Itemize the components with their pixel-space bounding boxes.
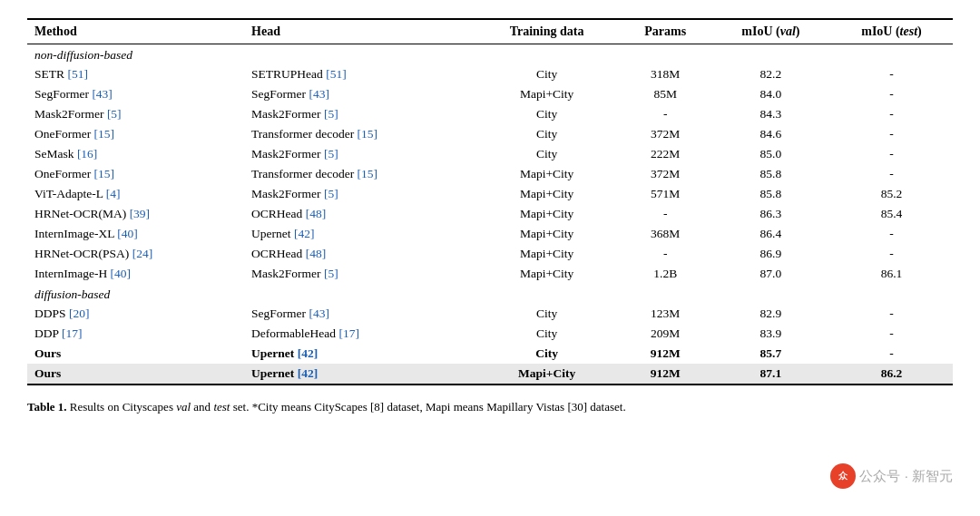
cell-training-data: City (475, 104, 620, 124)
cell-method: OneFormer [15] (27, 164, 244, 184)
cell-head: Mask2Former [5] (244, 184, 475, 204)
cell-training-data: City (475, 144, 620, 164)
cell-miou-test: - (830, 104, 953, 124)
method-ref: [51] (64, 67, 88, 81)
cell-head: Mask2Former [5] (244, 104, 475, 124)
section-label-cell: diffusion-based (27, 284, 953, 304)
head-ref: [15] (354, 127, 377, 141)
cell-miou-test: - (830, 84, 953, 104)
method-ref: [15] (91, 127, 114, 141)
cell-miou-test: 86.2 (830, 364, 953, 385)
table-row: DDP [17]DeformableHead [17]City209M83.9- (27, 324, 953, 344)
cell-head: Upernet [42] (244, 364, 475, 385)
cell-head: Transformer decoder [15] (244, 164, 475, 184)
cell-method: SETR [51] (27, 64, 244, 84)
caption-label: Table 1. (27, 400, 67, 414)
cell-method: Mask2Former [5] (27, 104, 244, 124)
cell-miou-test: 86.1 (830, 264, 953, 284)
cell-method: HRNet-OCR(PSA) [24] (27, 244, 244, 264)
method-ref: [20] (66, 307, 90, 320)
cell-miou-test: - (830, 304, 953, 324)
head-ref: [48] (302, 207, 326, 220)
col-head: Head (244, 19, 475, 44)
cell-method: InternImage-XL [40] (27, 224, 244, 244)
cell-params: 209M (620, 324, 711, 344)
head-ref: [15] (354, 167, 377, 180)
cell-method: InternImage-H [40] (27, 264, 244, 284)
cell-miou-val: 85.8 (711, 184, 830, 204)
section-label-row: diffusion-based (27, 284, 953, 304)
cell-head: Upernet [42] (244, 344, 475, 364)
cell-head: Transformer decoder [15] (244, 124, 475, 144)
section-label-cell: non-diffusion-based (27, 44, 953, 65)
cell-params: 222M (620, 144, 711, 164)
method-ref: [39] (126, 207, 150, 220)
head-ref: [51] (323, 67, 347, 81)
cell-miou-val: 87.1 (711, 364, 830, 385)
table-header-row: Method Head Training data Params mIoU (v… (27, 19, 953, 44)
caption-val-italic: val (176, 400, 191, 414)
cell-training-data: City (475, 324, 620, 344)
head-ref: [42] (294, 346, 318, 360)
cell-miou-test: 85.2 (830, 184, 953, 204)
table-row: ViT-Adapte-L [4]Mask2Former [5]Mapi+City… (27, 184, 953, 204)
cell-miou-val: 84.3 (711, 104, 830, 124)
head-ref: [5] (321, 187, 338, 200)
col-training-data: Training data (475, 19, 620, 44)
cell-params: 85M (620, 84, 711, 104)
cell-miou-val: 84.6 (711, 124, 830, 144)
cell-training-data: Mapi+City (475, 204, 620, 224)
results-table: Method Head Training data Params mIoU (v… (27, 18, 953, 385)
table-row: HRNet-OCR(PSA) [24]OCRHead [48]Mapi+City… (27, 244, 953, 264)
head-ref: [5] (321, 147, 338, 161)
cell-method: DDP [17] (27, 324, 244, 344)
cell-training-data: City (475, 304, 620, 324)
cell-training-data: Mapi+City (475, 84, 620, 104)
watermark: 众 公众号 · 新智元 (830, 463, 953, 489)
head-ref: [43] (306, 87, 329, 101)
cell-params: 372M (620, 124, 711, 144)
cell-miou-test: - (830, 124, 953, 144)
cell-params: 368M (620, 224, 711, 244)
table-row: Mask2Former [5]Mask2Former [5]City-84.3- (27, 104, 953, 124)
cell-miou-val: 85.0 (711, 144, 830, 164)
col-method: Method (27, 19, 244, 44)
cell-method: OneFormer [15] (27, 124, 244, 144)
table-row: HRNet-OCR(MA) [39]OCRHead [48]Mapi+City-… (27, 204, 953, 224)
cell-training-data: Mapi+City (475, 164, 620, 184)
table-body: non-diffusion-basedSETR [51]SETRUPHead [… (27, 44, 953, 385)
cell-head: DeformableHead [17] (244, 324, 475, 344)
cell-method: Ours (27, 364, 244, 385)
table-row: InternImage-XL [40]Upernet [42]Mapi+City… (27, 224, 953, 244)
cell-params: 912M (620, 364, 711, 385)
table-row: DDPS [20]SegFormer [43]City123M82.9- (27, 304, 953, 324)
cell-method: SeMask [16] (27, 144, 244, 164)
table-caption: Table 1. Results on Cityscapes val and t… (27, 398, 953, 416)
cell-params: - (620, 104, 711, 124)
cell-params: - (620, 244, 711, 264)
head-ref: [48] (302, 247, 326, 260)
cell-miou-test: - (830, 324, 953, 344)
head-ref: [42] (294, 366, 318, 380)
cell-miou-test: - (830, 224, 953, 244)
method-ref: [43] (89, 87, 113, 101)
head-ref: [43] (306, 307, 329, 320)
table-row: OursUpernet [42]Mapi+City912M87.186.2 (27, 364, 953, 385)
cell-params: 123M (620, 304, 711, 324)
col-miou-test: mIoU (test) (830, 19, 953, 44)
watermark-text: 公众号 · 新智元 (859, 468, 953, 485)
cell-params: 1.2B (620, 264, 711, 284)
cell-miou-val: 82.9 (711, 304, 830, 324)
table-row: OneFormer [15]Transformer decoder [15]Ma… (27, 164, 953, 184)
cell-miou-val: 85.8 (711, 164, 830, 184)
col-params: Params (620, 19, 711, 44)
cell-miou-val: 83.9 (711, 324, 830, 344)
cell-head: Mask2Former [5] (244, 144, 475, 164)
cell-params: 571M (620, 184, 711, 204)
method-ref: [15] (91, 167, 114, 180)
cell-method: DDPS [20] (27, 304, 244, 324)
table-row: SegFormer [43]SegFormer [43]Mapi+City85M… (27, 84, 953, 104)
head-ref: [42] (291, 227, 315, 240)
cell-head: SegFormer [43] (244, 304, 475, 324)
cell-miou-val: 86.3 (711, 204, 830, 224)
